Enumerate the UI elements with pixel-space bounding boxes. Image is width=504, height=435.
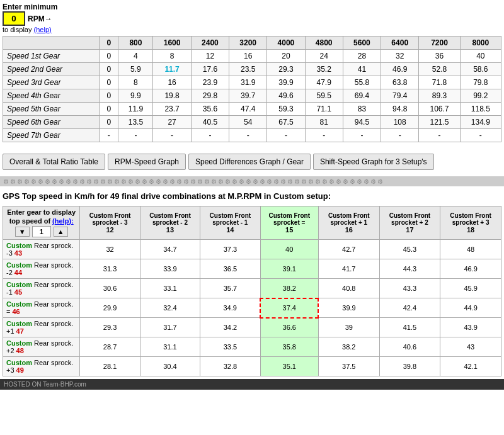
speed-cell: 35.2: [305, 63, 343, 76]
speed-cell: -: [118, 129, 153, 142]
gear-up-button[interactable]: ▲: [54, 227, 68, 237]
speed-cell: 106.7: [419, 103, 460, 116]
gps-cell: 34.9: [200, 298, 260, 318]
speed-cell: 71.8: [419, 76, 460, 89]
gps-cell: 34.7: [140, 240, 200, 259]
speed-cell: 24: [305, 50, 343, 63]
speed-cell: 29.3: [267, 63, 305, 76]
col-4800: 4800: [305, 37, 343, 50]
gear-down-button[interactable]: ▼: [15, 227, 30, 237]
speed-cell: 71.1: [305, 103, 343, 116]
chain-divider: ⚙⚙⚙⚙⚙⚙⚙⚙⚙⚙⚙⚙⚙⚙⚙⚙⚙⚙⚙⚙⚙⚙⚙⚙⚙⚙⚙⚙⚙⚙⚙⚙⚙⚙⚙⚙⚙⚙⚙⚙…: [0, 176, 504, 186]
col-1600: 1600: [153, 37, 191, 50]
footer: HOSTED ON Team-BHP.com: [0, 379, 504, 390]
speed-cell: 121.5: [419, 116, 460, 129]
gps-row: Custom Rear sprock. +3 4928.130.432.835.…: [3, 357, 501, 376]
gps-cell: 42.1: [440, 357, 501, 376]
speed-cell: 47.4: [229, 103, 267, 116]
speed-cell: 52.8: [419, 63, 460, 76]
gps-cell: 45.9: [440, 279, 501, 298]
gps-cell: 38.2: [318, 337, 379, 357]
gear-label2: top speed of (help):: [9, 217, 74, 225]
gps-cell: 30.4: [140, 357, 200, 376]
speed-cell: -: [343, 129, 381, 142]
speed-cell: 67.5: [267, 116, 305, 129]
speed-row: Speed 4th Gear09.919.829.839.749.659.569…: [3, 89, 501, 103]
rpm-label: Enter minimum RPM→ to display (help): [3, 3, 57, 33]
speed-cell: 39.7: [229, 89, 267, 103]
speed-cell: 118.5: [460, 103, 501, 116]
gps-cell: 38.2: [260, 279, 318, 298]
speed-row: Speed 7th Gear-----------: [3, 129, 501, 142]
speed-row-label: Speed 7th Gear: [3, 129, 100, 142]
btn-speed-diff[interactable]: Speed Differences Graph / Gear: [188, 154, 311, 170]
rpm-input[interactable]: [3, 11, 25, 26]
gps-cell: 32.8: [200, 357, 260, 376]
speed-cell: 83: [343, 103, 381, 116]
speed-cell: 69.4: [343, 89, 381, 103]
gps-cell: 36.6: [260, 318, 318, 337]
gps-cell: 40.6: [379, 337, 440, 357]
speed-cell: 0: [100, 89, 118, 103]
gps-cell: 33.9: [140, 259, 200, 279]
speed-cell: 8: [118, 76, 153, 89]
speed-cell: 59.5: [305, 89, 343, 103]
gps-row: Custom Rear sprock. -2 4431.333.936.539.…: [3, 259, 501, 279]
gps-cell: 28.1: [80, 357, 140, 376]
speed-cell: 9.9: [118, 89, 153, 103]
speed-cell: 0: [100, 63, 118, 76]
gps-cell: 48: [440, 240, 501, 259]
speed-cell: 23.9: [191, 76, 229, 89]
speed-cell: -: [381, 129, 419, 142]
btn-rpm-speed[interactable]: RPM-Speed Graph: [108, 154, 186, 170]
gps-cell: 40.8: [318, 279, 379, 298]
speed-cell: 54: [229, 116, 267, 129]
gps-row: Custom Rear sprock. -1 4530.633.135.738.…: [3, 279, 501, 298]
speed-cell: 40: [460, 50, 501, 63]
speed-cell: 41: [343, 63, 381, 76]
gps-cell: 46.9: [440, 259, 501, 279]
gps-cell: 42.4: [379, 298, 440, 318]
btn-shift-speed[interactable]: Shift-Speed Graph for 3 Setup's: [313, 154, 434, 170]
corner-cell: Enter gear to display top speed of (help…: [3, 206, 80, 240]
col-8000: 8000: [460, 37, 501, 50]
btn-overall-ratio[interactable]: Overall & Total Ratio Table: [3, 154, 105, 170]
rpm-help-link[interactable]: (help): [34, 26, 52, 33]
gps-cell: 34.2: [200, 318, 260, 337]
speed-cell: 17.6: [191, 63, 229, 76]
speed-cell: 134.9: [460, 116, 501, 129]
gps-row: Custom Rear sprock. +2 4828.731.133.535.…: [3, 337, 501, 357]
gps-cell: 42.7: [318, 240, 379, 259]
gear-help-link[interactable]: (help):: [52, 217, 74, 225]
gps-cell: 43: [440, 337, 501, 357]
speed-cell: -: [267, 129, 305, 142]
speed-row: Speed 6th Gear013.52740.55467.58194.5108…: [3, 116, 501, 129]
gps-cell: 33.1: [140, 279, 200, 298]
speed-cell: 39.9: [267, 76, 305, 89]
speed-cell: 55.8: [343, 76, 381, 89]
col-800: 800: [118, 37, 153, 50]
col-0: 0: [100, 37, 118, 50]
gps-row-label: Custom Rear sprock. +2 48: [3, 337, 80, 357]
rpm-top-label: Enter minimum: [3, 3, 57, 11]
speed-row-label: Speed 6th Gear: [3, 116, 100, 129]
speed-cell: 59.3: [267, 103, 305, 116]
speed-cell: 19.8: [153, 89, 191, 103]
gps-row-label: Custom Rear sprock. -1 45: [3, 279, 80, 298]
speed-cell: 5.9: [118, 63, 153, 76]
gps-row: Custom Rear sprock. +1 4729.331.734.236.…: [3, 318, 501, 337]
col-3200: 3200: [229, 37, 267, 50]
speed-cell: 0: [100, 76, 118, 89]
speed-cell: -: [191, 129, 229, 142]
speed-cell: 11.9: [118, 103, 153, 116]
gps-cell: 39: [318, 318, 379, 337]
gps-cell: 40: [260, 240, 318, 259]
speed-cell: 0: [100, 103, 118, 116]
speed-cell: 108: [381, 116, 419, 129]
col-6400: 6400: [381, 37, 419, 50]
speed-cell: 23.5: [229, 63, 267, 76]
gear-selector: Enter gear to display top speed of (help…: [6, 208, 76, 237]
gps-cell: 28.7: [80, 337, 140, 357]
speed-cell: 32: [381, 50, 419, 63]
gps-cell: 39.8: [379, 357, 440, 376]
